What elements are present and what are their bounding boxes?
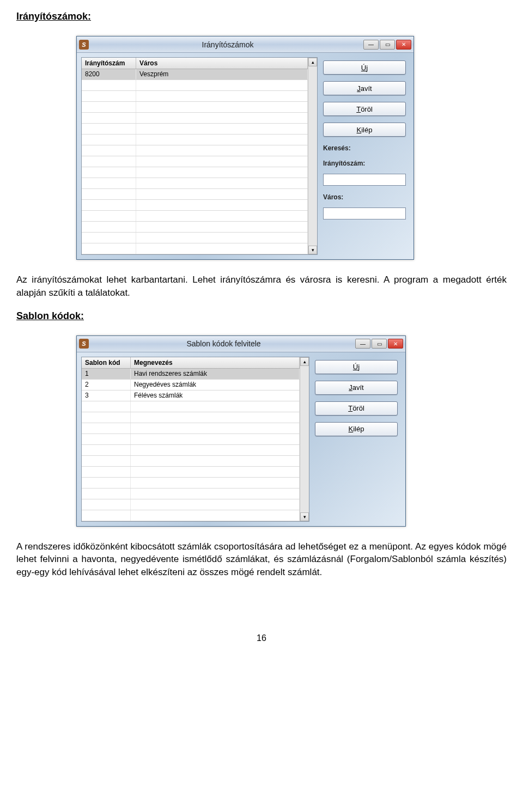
table-row[interactable] (82, 222, 308, 233)
grid-header: Sablon kód Megnevezés (82, 357, 300, 369)
table-row[interactable] (82, 467, 300, 478)
grid-rows: 1 Havi rendszeres számlák 2 Negyedéves s… (82, 369, 300, 521)
window-title: Sablon kódok felvitele (92, 339, 355, 348)
table-row[interactable] (82, 113, 308, 124)
search-varos-input[interactable] (323, 207, 406, 219)
delete-button[interactable]: Töröl (323, 102, 406, 116)
app-icon: S (79, 339, 89, 349)
grid-header: Irányítószám Város (82, 58, 308, 69)
titlebar: S Sablon kódok felvitele — ▭ ✕ (77, 336, 405, 352)
column-header-sablonkod[interactable]: Sablon kód (82, 357, 131, 368)
table-row[interactable] (82, 145, 308, 156)
search-field1-label: Irányítószám: (323, 160, 406, 167)
search-field2-label: Város: (323, 193, 406, 201)
table-row[interactable] (82, 243, 308, 254)
window-body: Sablon kód Megnevezés 1 Havi rendszeres … (77, 352, 405, 526)
paragraph-1: Az irányítószámokat lehet karbantartani.… (16, 273, 507, 300)
window-controls: — ▭ ✕ (355, 339, 403, 349)
table-row[interactable] (82, 102, 308, 113)
close-button[interactable]: ✕ (388, 339, 403, 349)
page-number: 16 (16, 633, 507, 643)
table-row[interactable]: 8200 Veszprém (82, 69, 308, 80)
close-button[interactable]: ✕ (396, 40, 411, 50)
minimize-button[interactable]: — (363, 40, 379, 50)
table-row[interactable] (82, 189, 308, 200)
table-row[interactable] (82, 80, 308, 91)
window-iranyitoszamok: S Irányítószámok — ▭ ✕ Irányítószám Váro… (76, 36, 414, 260)
maximize-icon: ▭ (385, 41, 390, 47)
titlebar: S Irányítószámok — ▭ ✕ (77, 36, 413, 53)
scroll-up-icon[interactable]: ▴ (300, 357, 309, 366)
app-icon: S (79, 40, 89, 50)
table-row[interactable] (82, 445, 300, 456)
table-row[interactable] (82, 456, 300, 467)
table-row[interactable] (82, 401, 300, 412)
scroll-up-icon[interactable]: ▴ (308, 58, 317, 66)
cell-megnevezes: Havi rendszeres számlák (131, 369, 300, 379)
scroll-down-icon[interactable]: ▾ (308, 246, 317, 254)
table-row[interactable] (82, 233, 308, 243)
scrollbar[interactable]: ▴ ▾ (308, 58, 317, 254)
table-row[interactable] (82, 499, 300, 510)
table-row[interactable] (82, 434, 300, 445)
cell-kod: 2 (82, 380, 131, 390)
column-header-varos[interactable]: Város (136, 58, 308, 69)
table-row[interactable] (82, 211, 308, 222)
window-body: Irányítószám Város 8200 Veszprém (77, 53, 413, 259)
table-row[interactable] (82, 178, 308, 189)
window-title: Irányítószámok (92, 40, 363, 49)
table-row[interactable] (82, 510, 300, 521)
right-panel: Új Javít Töröl Kilép (314, 357, 401, 522)
cell-kod: 3 (82, 390, 131, 401)
scrollbar[interactable]: ▴ ▾ (300, 357, 309, 521)
close-icon: ✕ (393, 341, 398, 347)
section-heading-2: Sablon kódok: (16, 310, 507, 322)
new-button[interactable]: Új (323, 60, 406, 75)
table-row[interactable] (82, 124, 308, 135)
table-row[interactable] (82, 156, 308, 167)
table-row[interactable] (82, 91, 308, 102)
data-grid[interactable]: Irányítószám Város 8200 Veszprém (81, 57, 318, 255)
table-row[interactable] (82, 489, 300, 499)
minimize-button[interactable]: — (355, 339, 370, 349)
column-header-megnevezes[interactable]: Megnevezés (131, 357, 300, 368)
maximize-button[interactable]: ▭ (380, 40, 395, 50)
exit-button[interactable]: Kilép (315, 422, 398, 436)
maximize-icon: ▭ (377, 341, 382, 347)
table-row[interactable] (82, 478, 300, 489)
minimize-icon: — (360, 341, 366, 347)
right-panel: Új Javít Töröl Kilép Keresés: Irányítósz… (322, 57, 409, 255)
table-row[interactable]: 1 Havi rendszeres számlák (82, 369, 300, 380)
paragraph-2: A rendszeres időközönként kibocsátott sz… (16, 540, 507, 579)
delete-button[interactable]: Töröl (315, 401, 398, 416)
table-row[interactable] (82, 135, 308, 145)
table-row[interactable] (82, 200, 308, 211)
cell-varos: Veszprém (136, 69, 308, 80)
exit-button[interactable]: Kilép (323, 123, 406, 137)
scroll-down-icon[interactable]: ▾ (300, 512, 309, 521)
table-row[interactable]: 2 Negyedéves számlák (82, 380, 300, 390)
search-iranyitoszam-input[interactable] (323, 174, 406, 186)
close-icon: ✕ (402, 41, 406, 47)
cell-iranyitoszam: 8200 (82, 69, 136, 80)
edit-button[interactable]: Javít (315, 381, 398, 395)
edit-button[interactable]: Javít (323, 81, 406, 95)
grid-rows: 8200 Veszprém (82, 69, 308, 254)
table-row[interactable]: 3 Féléves számlák (82, 390, 300, 401)
window-sablon-kodok: S Sablon kódok felvitele — ▭ ✕ Sablon kó… (76, 335, 406, 527)
table-row[interactable] (82, 167, 308, 178)
cell-megnevezes: Féléves számlák (131, 390, 300, 401)
section-heading-1: Irányítószámok: (16, 11, 507, 22)
table-row[interactable] (82, 423, 300, 434)
window-controls: — ▭ ✕ (363, 40, 411, 50)
minimize-icon: — (368, 41, 374, 47)
column-header-iranyitoszam[interactable]: Irányítószám (82, 58, 136, 69)
table-row[interactable] (82, 412, 300, 423)
cell-megnevezes: Negyedéves számlák (131, 380, 300, 390)
maximize-button[interactable]: ▭ (372, 339, 387, 349)
search-label: Keresés: (323, 144, 406, 152)
cell-kod: 1 (82, 369, 131, 379)
data-grid[interactable]: Sablon kód Megnevezés 1 Havi rendszeres … (81, 357, 309, 522)
new-button[interactable]: Új (315, 360, 398, 374)
